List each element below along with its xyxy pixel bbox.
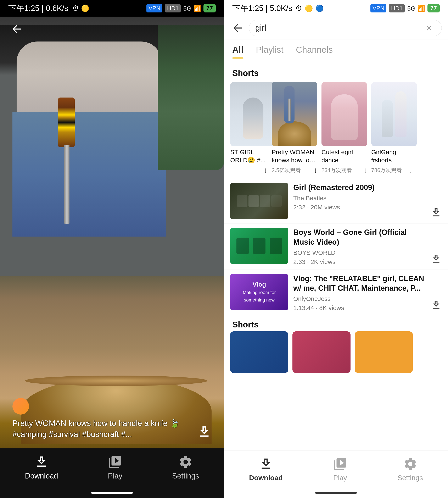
- video-thumb-bg-1: [230, 183, 288, 219]
- video-details-3: Vlog: The "RELATABLE" girl, CLEAN w/ me,…: [293, 274, 425, 312]
- video-meta-3: 1:13:44 · 8K views: [293, 304, 425, 312]
- video-download-btn-2[interactable]: [430, 253, 442, 266]
- right-speed: | 5.0K/s: [263, 4, 292, 13]
- short-thumb-3: [321, 82, 367, 146]
- short-info-3: Cutest egirl dance 234万次观看 ↓: [321, 146, 367, 175]
- short-meta-3: 234万次观看 ↓: [321, 166, 367, 175]
- right-status-icons: VPN HD1 5G 📶 77: [370, 4, 440, 13]
- right-download-nav-icon: [259, 457, 273, 471]
- video-title-2: Boys World – Gone Girl (Official Music V…: [293, 228, 425, 247]
- left-nav-settings-label: Settings: [172, 472, 199, 480]
- short-title-1: ST GIRL ORLD😢 #...: [230, 148, 268, 164]
- left-nav-play[interactable]: Play: [108, 455, 122, 480]
- right-nav-settings[interactable]: Settings: [397, 457, 423, 482]
- search-bar: girl ×: [224, 17, 448, 39]
- tab-channels[interactable]: Channels: [296, 45, 333, 57]
- short-views-2: 2.5亿次观看: [272, 167, 301, 174]
- short-meta-2: 2.5亿次观看 ↓: [272, 166, 317, 175]
- right-nav-download[interactable]: Download: [249, 457, 283, 482]
- settings-nav-icon: [178, 455, 193, 469]
- short-card-3[interactable]: Cutest egirl dance 234万次观看 ↓: [321, 82, 367, 175]
- right-battery-icon: 77: [428, 4, 440, 13]
- video-meta-1: 2:32 · 20M views: [293, 204, 425, 211]
- short-card-s2-1[interactable]: [230, 331, 288, 373]
- video-thumb-2: [230, 228, 288, 264]
- alarm-icon: ⏱: [72, 5, 79, 12]
- short-card-s2-2[interactable]: [292, 331, 351, 373]
- left-home-indicator: [91, 492, 133, 494]
- tab-all[interactable]: All: [232, 45, 243, 57]
- search-clear-button[interactable]: ×: [423, 22, 435, 34]
- short-download-2[interactable]: ↓: [314, 166, 317, 175]
- search-input-container[interactable]: girl ×: [249, 20, 442, 36]
- left-nav-download-label: Download: [25, 472, 58, 480]
- shorts-section-label-1: Shorts: [224, 62, 448, 82]
- search-back-button[interactable]: [230, 21, 245, 35]
- video-download-btn-1[interactable]: [430, 207, 442, 219]
- short-info-2: Pretty WOMAN knows how to handl... 2.5亿次…: [272, 146, 317, 175]
- short-views-4: 786万次观看: [371, 167, 402, 174]
- caption-text: Pretty WOMAN knows how to handle a knife…: [13, 418, 211, 440]
- user-avatar: [13, 398, 29, 415]
- search-tabs: All Playlist Channels: [224, 39, 448, 62]
- short-title-2: Pretty WOMAN knows how to handl...: [272, 148, 317, 164]
- right-signal-icon: 5G 📶: [407, 5, 425, 12]
- left-status-bar: 下午1:25 | 0.6K/s ⏱ 🟡 VPN HD1 5G 📶 77: [0, 0, 224, 17]
- short-card-4[interactable]: GirlGang #shorts 786万次观看 ↓: [371, 82, 413, 175]
- video-item-2[interactable]: Boys World – Gone Girl (Official Music V…: [224, 223, 448, 270]
- right-time: 下午1:25: [232, 3, 263, 14]
- video-item-1[interactable]: Girl (Remastered 2009) The Beatles 2:32 …: [224, 179, 448, 223]
- right-blue-dot: 🔵: [316, 4, 324, 12]
- video-thumb-3: VlogMaking room for something new: [230, 274, 288, 310]
- right-bottom-nav: Download Play Settings: [224, 450, 448, 498]
- right-vpn-icon: VPN: [370, 4, 387, 13]
- download-arrow-icon-3: [430, 299, 442, 311]
- video-thumb-1: [230, 183, 288, 219]
- short-thumb-4: [371, 82, 417, 146]
- short-card-2[interactable]: Pretty WOMAN knows how to handl... 2.5亿次…: [272, 82, 317, 175]
- download-arrow-icon-1: [430, 207, 442, 218]
- short-download-3[interactable]: ↓: [363, 166, 367, 175]
- short-download-4[interactable]: ↓: [409, 166, 413, 175]
- right-alarm-icon: ⏱: [296, 5, 302, 12]
- shorts-row-1: ST GIRL ORLD😢 #... ↓ Pr: [224, 82, 448, 179]
- short-download-1[interactable]: ↓: [264, 166, 268, 175]
- back-arrow-icon: [10, 23, 23, 35]
- tab-playlist[interactable]: Playlist: [256, 45, 284, 57]
- hd-icon: HD1: [165, 4, 181, 13]
- video-background: Pretty WOMAN knows how to handle a knife…: [0, 0, 224, 498]
- video-item-3[interactable]: VlogMaking room for something new Vlog: …: [224, 270, 448, 316]
- left-right-status: VPN HD1 5G 📶 77: [146, 4, 216, 13]
- right-nav-play[interactable]: Play: [333, 457, 347, 482]
- left-speed: | 0.6K/s: [39, 4, 68, 13]
- right-play-nav-icon: [333, 457, 347, 471]
- right-nav-settings-label: Settings: [397, 474, 423, 482]
- short-title-3: Cutest egirl dance: [321, 148, 367, 164]
- left-panel: 下午1:25 | 0.6K/s ⏱ 🟡 VPN HD1 5G 📶 77: [0, 0, 224, 498]
- shorts-section-label-2: Shorts: [224, 316, 448, 331]
- short-info-4: GirlGang #shorts 786万次观看 ↓: [371, 146, 413, 175]
- short-card-s2-3[interactable]: [355, 331, 413, 373]
- left-status-icons: ⏱ 🟡: [72, 4, 89, 12]
- short-info-1: ST GIRL ORLD😢 #... ↓: [230, 146, 268, 175]
- left-back-button[interactable]: [8, 21, 25, 37]
- short-title-4: GirlGang #shorts: [371, 148, 413, 164]
- right-dot-icon: 🟡: [305, 4, 313, 12]
- video-thumb-bg-2: [230, 228, 288, 264]
- left-bottom-nav: Download Play Settings: [0, 448, 224, 498]
- left-nav-download[interactable]: Download: [25, 455, 58, 480]
- right-nav-download-label: Download: [249, 474, 283, 482]
- video-title-3: Vlog: The "RELATABLE" girl, CLEAN w/ me,…: [293, 274, 425, 293]
- video-download-button[interactable]: [197, 425, 211, 440]
- short-card-1[interactable]: ST GIRL ORLD😢 #... ↓: [230, 82, 268, 175]
- video-channel-2: BOYS WORLD: [293, 249, 425, 256]
- short-thumb-1: [230, 82, 276, 146]
- right-hd-icon: HD1: [389, 4, 405, 13]
- short-thumb-2: [272, 82, 317, 146]
- video-meta-2: 2:33 · 2K views: [293, 258, 425, 266]
- right-home-indicator: [315, 492, 357, 494]
- video-download-btn-3[interactable]: [430, 299, 442, 312]
- search-query-text: girl: [255, 23, 423, 33]
- left-nav-settings[interactable]: Settings: [172, 455, 199, 480]
- video-channel-3: OnlyOneJess: [293, 295, 425, 302]
